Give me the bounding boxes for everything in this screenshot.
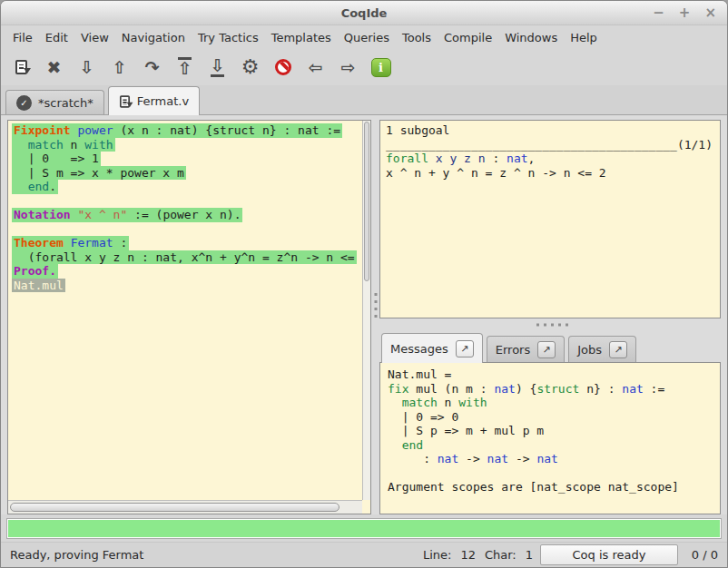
code-segment: (forall x y z n : nat, x^n + y^n = z^n -… <box>14 250 355 264</box>
menu-edit[interactable]: Edit <box>39 28 74 47</box>
tab-label: Errors <box>496 343 530 357</box>
detach-button[interactable]: ↗ <box>456 340 474 357</box>
tab-messages[interactable]: Messages↗ <box>381 333 483 363</box>
maximize-button[interactable]: + <box>679 6 691 20</box>
new-file-button[interactable] <box>6 53 36 83</box>
menu-tools[interactable]: Tools <box>396 28 438 47</box>
menu-compile[interactable]: Compile <box>438 28 498 47</box>
main-area: Fixpoint power (x n : nat) {struct n} : … <box>1 115 727 514</box>
code-segment: n <box>438 396 458 409</box>
code-line: Nat.mul = <box>388 367 713 382</box>
step-backward-button[interactable]: ⇧ <box>104 53 134 83</box>
tab-label: *scratch* <box>38 96 93 110</box>
tab-label: Fermat.v <box>137 94 189 108</box>
fully-check-button[interactable]: ⚙ <box>235 53 265 83</box>
next-icon: ⇨ <box>341 59 356 76</box>
code-segment: , <box>528 152 536 165</box>
about-button[interactable]: i <box>366 53 396 83</box>
code-segment: | S p => m + mul p m <box>388 424 544 437</box>
code-line: Nat.mul <box>12 279 362 293</box>
north-east-arrow-icon: ↗ <box>543 344 551 356</box>
tab-errors[interactable]: Errors↗ <box>487 336 565 362</box>
tab-scratch[interactable]: ✓*scratch* <box>5 90 104 114</box>
tab-fermat[interactable]: Fermat.v <box>108 86 200 115</box>
code-segment: Notation <box>14 208 71 221</box>
code-segment: Fermat <box>71 236 113 250</box>
menu-try-tactics[interactable]: Try Tactics <box>192 28 265 47</box>
code-segment <box>64 236 71 250</box>
code-segment: fix <box>388 382 408 396</box>
tab-label: Jobs <box>577 343 602 357</box>
menu-queries[interactable]: Queries <box>338 28 396 47</box>
go-to-end-button[interactable]: ⇩ <box>202 53 232 83</box>
minimize-button[interactable]: − <box>653 6 664 20</box>
menu-help[interactable]: Help <box>564 28 604 47</box>
code-line: match n with <box>388 396 713 410</box>
menu-navigation[interactable]: Navigation <box>115 28 192 47</box>
status-bar: Ready, proving Fermat Line: 12 Char: 1 C… <box>1 542 727 567</box>
scrollbar-thumb[interactable] <box>364 122 369 281</box>
code-segment: : <box>113 236 128 250</box>
title-bar[interactable]: CoqIde − + × <box>1 1 727 25</box>
goal-pane: 1 subgoal_______________________________… <box>379 120 721 318</box>
code-line: Notation "x ^ n" := (power x n). <box>12 208 362 222</box>
step-forward-icon: ⇩ <box>80 59 94 76</box>
code-segment: : <box>388 452 438 465</box>
script-vertical-scrollbar[interactable] <box>362 121 370 500</box>
next-button[interactable]: ⇨ <box>333 53 363 83</box>
vertical-splitter[interactable] <box>371 120 379 514</box>
code-line: end <box>388 438 713 453</box>
menu-templates[interactable]: Templates <box>265 28 338 47</box>
coq-state-button[interactable]: Coq is ready <box>540 544 678 565</box>
code-segment: with <box>458 396 487 409</box>
script-editor[interactable]: Fixpoint power (x n : nat) {struct n} : … <box>8 121 362 500</box>
splitter-handle-icon <box>374 293 377 318</box>
line-value: 12 <box>460 548 476 562</box>
detach-button[interactable]: ↗ <box>537 341 556 358</box>
code-segment: nat <box>438 452 458 465</box>
code-segment <box>388 396 402 409</box>
code-line: 1 subgoal <box>386 123 714 138</box>
code-segment: | 0 => 0 <box>388 410 458 424</box>
code-segment: "x ^ n" <box>77 208 127 221</box>
sentence-highlight: | 0 => 1 <box>12 152 101 166</box>
char-label: Char: <box>485 548 516 562</box>
close-button[interactable]: × <box>704 6 716 20</box>
code-line: (forall x y z n : nat, x^n + y^n = z^n -… <box>12 250 362 265</box>
code-segment: nat <box>507 152 527 165</box>
go-to-start-button[interactable]: ⇧ <box>170 53 200 83</box>
code-segment: Nat.mul <box>14 279 64 292</box>
check-circle-icon: ✓ <box>16 95 32 111</box>
step-forward-button[interactable]: ⇩ <box>72 53 102 83</box>
code-line: Proof. <box>12 264 362 279</box>
code-segment <box>14 138 28 152</box>
coqide-window: CoqIde − + × FileEditViewNavigationTry T… <box>0 0 728 568</box>
menu-file[interactable]: File <box>6 28 39 47</box>
sentence-highlight: | S m => x * power x m <box>12 166 186 181</box>
code-line: Argument scopes are [nat_scope nat_scope… <box>388 480 713 495</box>
sentence-highlight: Nat.mul <box>12 279 65 293</box>
go-to-cursor-button[interactable]: ↷ <box>137 53 167 83</box>
interrupt-button[interactable] <box>268 53 298 83</box>
code-line: Theorem Fermat : <box>12 236 362 250</box>
code-line: | S p => m + mul p m <box>388 424 713 438</box>
menu-view[interactable]: View <box>74 28 115 47</box>
fully-check-icon: ⚙ <box>241 57 260 77</box>
stop-button[interactable]: ✖ <box>39 53 69 83</box>
script-horizontal-scrollbar[interactable] <box>8 500 362 514</box>
code-segment: : <box>486 152 507 165</box>
menu-windows[interactable]: Windows <box>498 28 564 47</box>
code-segment: with <box>84 138 113 152</box>
status-message: Ready, proving Fermat <box>10 548 414 562</box>
sentence-highlight: Fixpoint power (x n : nat) {struct n} : … <box>12 123 342 138</box>
code-segment: struct <box>536 382 579 396</box>
scrollbar-thumb[interactable] <box>10 503 339 512</box>
previous-button[interactable]: ⇦ <box>300 53 330 83</box>
document-icon <box>120 95 130 108</box>
code-segment: Proof. <box>14 264 56 278</box>
horizontal-splitter[interactable] <box>379 318 721 331</box>
detach-button[interactable]: ↗ <box>609 341 627 358</box>
sentence-highlight: match n with <box>12 138 115 152</box>
code-line: : nat -> nat -> nat <box>388 452 713 466</box>
tab-jobs[interactable]: Jobs↗ <box>568 336 636 362</box>
